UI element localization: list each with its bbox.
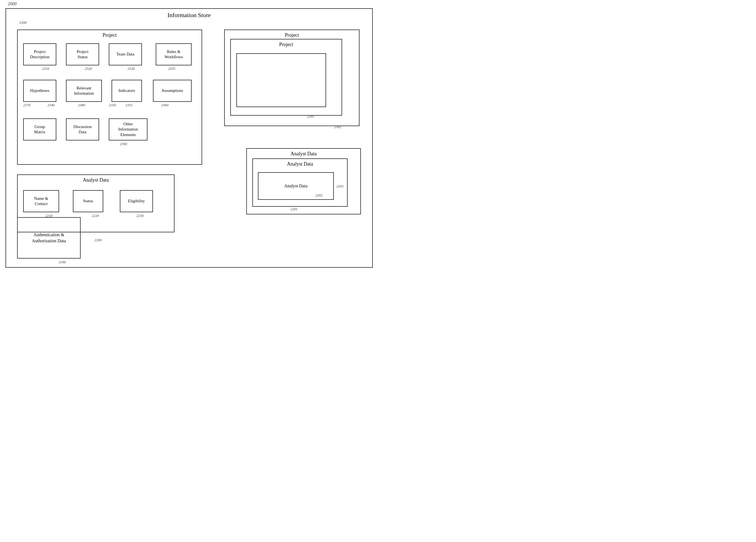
- project-right-inner: [236, 53, 326, 107]
- eligibility-box: Eligibility: [120, 190, 153, 212]
- analyst-right-mid-title: Analyst Data: [253, 159, 347, 169]
- discussion-data-box: Discussion Data: [66, 118, 99, 141]
- project-right-mid: Project: [230, 39, 342, 116]
- project-right-mid-title: Project: [231, 39, 342, 50]
- group-matrix-box: Group Matrix: [23, 118, 56, 141]
- outer-container: Information Store 2300 Project Project D…: [6, 8, 373, 268]
- ref-2360: 2360: [161, 103, 168, 107]
- project-description-box: Project Description: [23, 43, 56, 65]
- team-data-box: Team Data: [109, 43, 142, 65]
- indicators-box: Indicators: [112, 80, 142, 102]
- ref-2302: 2302: [334, 125, 341, 129]
- ref-2330: 2330: [128, 67, 135, 71]
- ref-2380: 2380: [78, 103, 85, 107]
- ref-2201: 2201: [290, 207, 298, 212]
- label-2300: 2300: [19, 20, 27, 25]
- rules-workflows-box: Rules & Workflows: [156, 43, 192, 65]
- status-box: Status: [73, 190, 103, 212]
- auth-box: Authentication & Authorization Data: [17, 217, 81, 259]
- analyst-left-title: Analyst Data: [18, 175, 174, 185]
- ref-2335: 2335: [168, 67, 175, 71]
- ref-2310: 2310: [42, 67, 49, 71]
- project-left-title: Project: [18, 30, 202, 40]
- ref-2230: 2230: [136, 214, 144, 218]
- project-left-box: Project Project Description Project Stat…: [17, 30, 202, 165]
- ref-2202: 2202: [315, 193, 323, 198]
- ref-2370: 2370: [23, 103, 30, 107]
- label-2000: 2000: [8, 1, 17, 6]
- project-status-box: Project Status: [66, 43, 99, 65]
- other-information-elements-box: Other Information Elements: [109, 118, 147, 141]
- analyst-right-mid: Analyst Data Analyst Data: [252, 159, 348, 207]
- ref-2220: 2220: [92, 214, 99, 218]
- analyst-right-outer-title: Analyst Data: [247, 149, 360, 159]
- project-right-outer: Project Project: [224, 30, 360, 126]
- ref-2200: 2200: [94, 238, 102, 242]
- ref-2100: 2100: [59, 260, 66, 265]
- main-title: Information Store: [6, 9, 372, 20]
- assumptions-box: Assumptions: [153, 80, 192, 102]
- analyst-right-outer: Analyst Data Analyst Data Analyst Data: [246, 148, 361, 215]
- relevant-information-box: Relevant Information: [66, 80, 102, 102]
- ref-2301: 2301: [307, 114, 314, 119]
- ref-2350: 2350: [109, 103, 116, 107]
- ref-2340: 2340: [47, 103, 55, 107]
- ref-2203: 2203: [336, 184, 343, 189]
- hypotheses-box: Hypotheses: [23, 80, 56, 102]
- name-contact-box: Name & Contact: [23, 190, 59, 212]
- ref-2355: 2355: [125, 103, 133, 107]
- ref-2390: 2390: [120, 142, 127, 146]
- ref-2320: 2320: [85, 67, 92, 71]
